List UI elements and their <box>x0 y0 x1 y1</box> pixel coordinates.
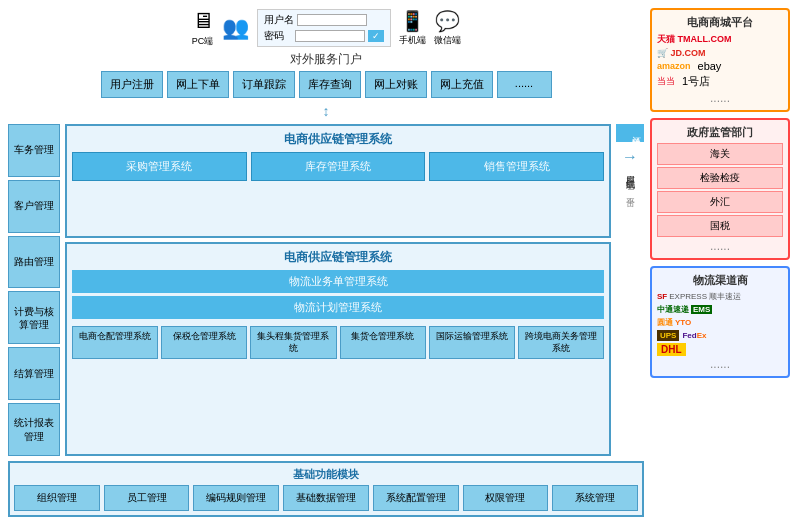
logistics-title: 物流渠道商 <box>657 273 783 288</box>
bottom-functions: 基础功能模块 组织管理 员工管理 编码规则管理 基础数据管理 系统配置管理 权限… <box>8 461 644 517</box>
ebay-logo: ebay <box>698 60 722 72</box>
portal-section: 🖥 PC端 👥 用户名 密码 ✓ <box>8 8 644 98</box>
username-row: 用户名 <box>264 13 384 27</box>
inventory-system[interactable]: 库存管理系统 <box>251 152 426 181</box>
portal-nav-order[interactable]: 网上下单 <box>167 71 229 98</box>
user-icon-group: 👥 <box>222 15 249 41</box>
ems-logo: 中通速递 <box>657 304 689 315</box>
sf-row: SF EXPRESS 顺丰速运 <box>657 291 783 302</box>
func-sysmanage[interactable]: 系统管理 <box>552 485 638 511</box>
module-settlement[interactable]: 结算管理 <box>8 347 60 400</box>
supply-chain-2-title: 电商供应链管理系统 <box>72 249 604 266</box>
subsystem-row: 采购管理系统 库存管理系统 销售管理系统 <box>72 152 604 181</box>
portal-nav-register[interactable]: 用户注册 <box>101 71 163 98</box>
wuliu-order-system[interactable]: 物流业务单管理系统 <box>72 270 604 293</box>
supply-chain-1-title: 电商供应链管理系统 <box>72 131 604 148</box>
ecom-warehouse[interactable]: 电商仓配管理系统 <box>72 326 158 359</box>
bonded-warehouse[interactable]: 保税仓管理系统 <box>161 326 247 359</box>
supply-chain-1: 电商供应链管理系统 采购管理系统 库存管理系统 销售管理系统 <box>65 124 611 238</box>
integration-label: 应用系统集成 <box>624 168 637 174</box>
order-tracking-box: 订单轨迹跟踪管理 <box>616 124 644 142</box>
jd-logo: 🛒 JD.COM <box>657 48 706 58</box>
portal-nav: 用户注册 网上下单 订单跟踪 库存查询 网上对账 网上充值 ...... <box>101 71 552 98</box>
func-sysconfig[interactable]: 系统配置管理 <box>373 485 459 511</box>
sales-system[interactable]: 销售管理系统 <box>429 152 604 181</box>
ems-text: EMS <box>691 305 712 314</box>
gov-tax: 国税 <box>657 215 783 237</box>
func-encoding[interactable]: 编码规则管理 <box>193 485 279 511</box>
portal-nav-more: ...... <box>497 71 552 98</box>
dhl-row: DHL <box>657 343 783 355</box>
yto-logo: 圆通 <box>657 317 673 328</box>
login-box: 用户名 密码 ✓ <box>257 9 391 47</box>
phone-icon: 📱 <box>400 9 425 33</box>
module-customer[interactable]: 客户管理 <box>8 180 60 233</box>
module-routing[interactable]: 路由管理 <box>8 236 60 289</box>
ecommerce-dots: ...... <box>657 91 783 105</box>
ups-fedex-row: UPS FedEx <box>657 330 783 341</box>
ecommerce-title: 电商商城平台 <box>657 15 783 30</box>
wechat-label: 微信端 <box>434 34 461 47</box>
right-integration: 订单轨迹跟踪管理 → 应用系统集成 API平台 <box>616 124 644 456</box>
password-input[interactable] <box>295 30 365 42</box>
module-billing[interactable]: 计费与核算管理 <box>8 291 60 344</box>
yto-text: YTO <box>675 318 691 327</box>
bottom-modules-row: 电商仓配管理系统 保税仓管理系统 集头程集货管理系统 集货仓管理系统 国际运输管… <box>72 326 604 359</box>
login-button[interactable]: ✓ <box>368 30 384 42</box>
password-row: 密码 ✓ <box>264 29 384 43</box>
portal-nav-reconcile[interactable]: 网上对账 <box>365 71 427 98</box>
module-vehicle[interactable]: 车务管理 <box>8 124 60 177</box>
pc-icon-group: 🖥 PC端 <box>192 8 214 48</box>
cross-border[interactable]: 跨境电商关务管理系统 <box>518 326 604 359</box>
bottom-func-title: 基础功能模块 <box>14 467 638 482</box>
password-label: 密码 <box>264 29 292 43</box>
tmall-logo: 天猫 TMALL.COM <box>657 33 732 46</box>
government-box: 政府监管部门 海关 检验检疫 外汇 国税 ...... <box>650 118 790 260</box>
portal-nav-recharge[interactable]: 网上充值 <box>431 71 493 98</box>
bottom-func-row: 组织管理 员工管理 编码规则管理 基础数据管理 系统配置管理 权限管理 系统管理 <box>14 485 638 511</box>
head-collect[interactable]: 集头程集货管理系统 <box>250 326 336 359</box>
portal-icons: 🖥 PC端 👥 用户名 密码 ✓ <box>192 8 461 48</box>
api-platform: → 应用系统集成 API平台 <box>622 148 638 191</box>
func-permission[interactable]: 权限管理 <box>463 485 549 511</box>
integration-arrow: → <box>622 148 638 166</box>
right-panel: 电商商城平台 天猫 TMALL.COM 🛒 JD.COM amazon ebay… <box>650 8 790 517</box>
portal-nav-inventory[interactable]: 库存查询 <box>299 71 361 98</box>
wechat-icon-group: 💬 微信端 <box>434 9 461 47</box>
ups-logo: UPS <box>657 330 679 341</box>
ems-row: 中通速递 EMS <box>657 304 783 315</box>
gov-inspection: 检验检疫 <box>657 167 783 189</box>
username-label: 用户名 <box>264 13 294 27</box>
jd-row: 🛒 JD.COM <box>657 48 783 58</box>
sf-logo: SF <box>657 292 667 301</box>
procurement-system[interactable]: 采购管理系统 <box>72 152 247 181</box>
intl-transport[interactable]: 国际运输管理系统 <box>429 326 515 359</box>
fedex-logo: FedEx <box>682 331 706 340</box>
tmall-row: 天猫 TMALL.COM <box>657 33 783 46</box>
collect-warehouse[interactable]: 集货仓管理系统 <box>340 326 426 359</box>
phone-label: 手机端 <box>399 34 426 47</box>
logistics-logos: SF EXPRESS 顺丰速运 中通速递 EMS 圆通 YTO UPS FedE… <box>657 291 783 371</box>
api-label: API平台 <box>624 176 637 191</box>
dangdang-logo: 当当 <box>657 75 675 88</box>
module-report[interactable]: 统计报表管理 <box>8 403 60 456</box>
func-staff[interactable]: 员工管理 <box>104 485 190 511</box>
wechat-icon: 💬 <box>435 9 460 33</box>
portal-nav-track[interactable]: 订单跟踪 <box>233 71 295 98</box>
dhl-logo: DHL <box>657 343 686 356</box>
portal-title: 对外服务门户 <box>290 51 362 68</box>
func-basedata[interactable]: 基础数据管理 <box>283 485 369 511</box>
government-title: 政府监管部门 <box>657 125 783 140</box>
system-area: 车务管理 客户管理 路由管理 计费与核算管理 结算管理 统计报表管理 电商供应链… <box>8 124 644 456</box>
dd-yhd-row: 当当 1号店 <box>657 74 783 89</box>
ecommerce-platform-box: 电商商城平台 天猫 TMALL.COM 🛒 JD.COM amazon ebay… <box>650 8 790 112</box>
user-icon: 👥 <box>222 15 249 41</box>
pc-label: PC端 <box>192 35 214 48</box>
wuliu-plan-system[interactable]: 物流计划管理系统 <box>72 296 604 319</box>
gov-dots: ...... <box>657 239 783 253</box>
gov-customs: 海关 <box>657 143 783 165</box>
phone-icon-group: 📱 手机端 <box>399 9 426 47</box>
amazon-ebay-row: amazon ebay <box>657 60 783 72</box>
func-org[interactable]: 组织管理 <box>14 485 100 511</box>
username-input[interactable] <box>297 14 367 26</box>
